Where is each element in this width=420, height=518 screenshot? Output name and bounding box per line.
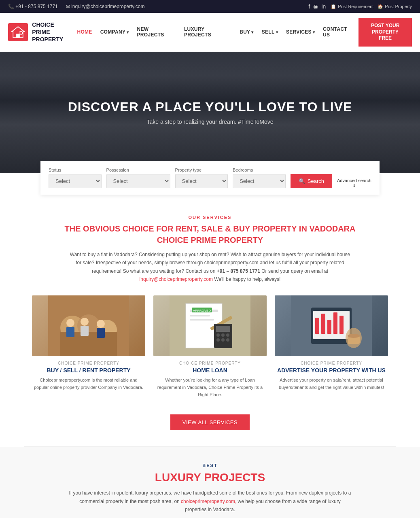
service-name-1: BUY / SELL / RENT PROPERTY bbox=[32, 367, 145, 374]
svg-point-30 bbox=[221, 338, 225, 342]
logo: CHOICE PRIME PROPERTY bbox=[8, 21, 73, 43]
service-img-2: APPROVED bbox=[153, 295, 267, 356]
services-description: Want to buy a flat in Vadodara? Consider… bbox=[68, 251, 352, 284]
hero-content: DISCOVER A PLACE YOU'LL LOVE TO LIVE Tak… bbox=[68, 100, 352, 125]
luxury-title: LUXURY PROJECTS bbox=[24, 471, 396, 484]
search-button[interactable]: 🔍 Search bbox=[291, 174, 332, 188]
status-field: Status Select For Sale For Rent bbox=[49, 168, 102, 188]
nav-services[interactable]: SERVICES ▾ bbox=[282, 26, 319, 38]
header: CHOICE PRIME PROPERTY HOME COMPANY ▾ NEW… bbox=[0, 13, 420, 52]
nav-buy[interactable]: BUY ▾ bbox=[235, 26, 258, 38]
service-desc-1: Choiceprimeproperty.com is the most reli… bbox=[32, 377, 145, 391]
nav-new-projects[interactable]: NEW PROJECTS bbox=[133, 23, 180, 41]
svg-rect-1 bbox=[16, 34, 20, 38]
svg-rect-19 bbox=[190, 315, 210, 316]
services-section: OUR SERVICES THE OBVIOUS CHOICE FOR RENT… bbox=[0, 207, 420, 446]
svg-rect-15 bbox=[97, 328, 105, 338]
service-brand-2: CHOICE PRIME PROPERTY bbox=[153, 361, 267, 365]
svg-rect-36 bbox=[321, 314, 325, 334]
svg-point-28 bbox=[226, 333, 229, 337]
svg-rect-25 bbox=[216, 326, 230, 332]
advanced-search-link[interactable]: Advanced search ⇓ bbox=[337, 178, 371, 188]
possession-label: Possession bbox=[106, 168, 170, 172]
svg-rect-35 bbox=[315, 318, 319, 334]
property-type-select[interactable]: Select Apartment Villa Plot bbox=[175, 174, 228, 188]
top-bar: 📞 +91 - 875 875 1771 ✉ inquiry@choicepri… bbox=[0, 0, 420, 13]
linkedin-icon[interactable]: in bbox=[321, 3, 326, 10]
luxury-site-link[interactable]: choiceprimeproperty.com, bbox=[181, 499, 236, 504]
possession-select[interactable]: Select Ready to Move Under Construction bbox=[106, 174, 170, 188]
svg-point-12 bbox=[81, 318, 89, 326]
social-icons: f ◉ in bbox=[309, 3, 326, 10]
luxury-description: If you have interest in opulent, luxury … bbox=[68, 489, 352, 514]
facebook-icon[interactable]: f bbox=[309, 3, 310, 10]
svg-rect-20 bbox=[190, 319, 214, 321]
top-bar-actions: 📋 Post Requirement 🏠 Post Property bbox=[331, 4, 412, 9]
svg-rect-37 bbox=[327, 320, 331, 334]
services-subtitle: OUR SERVICES bbox=[24, 215, 396, 220]
status-label: Status bbox=[49, 168, 102, 172]
service-desc-3: Advertise your property on sale/rent, at… bbox=[275, 377, 388, 391]
service-img-1 bbox=[32, 295, 145, 356]
svg-point-29 bbox=[216, 338, 220, 342]
status-select[interactable]: Select For Sale For Rent bbox=[49, 174, 102, 188]
hero-section: DISCOVER A PLACE YOU'LL LOVE TO LIVE Tak… bbox=[0, 52, 420, 173]
service-brand-1: CHOICE PRIME PROPERTY bbox=[32, 361, 145, 365]
services-email-link[interactable]: inquiry@choiceprimeproperty.com bbox=[140, 276, 213, 282]
phone-icon: 📞 bbox=[8, 4, 14, 9]
services-phone: +91 – 875 875 1771 bbox=[217, 268, 260, 274]
svg-rect-38 bbox=[333, 312, 337, 334]
post-requirement-btn[interactable]: 📋 Post Requirement bbox=[331, 4, 373, 9]
service-card-advertise: CHOICE PRIME PROPERTY ADVERTISE YOUR PRO… bbox=[275, 295, 388, 398]
logo-icon bbox=[8, 23, 28, 41]
service-brand-3: CHOICE PRIME PROPERTY bbox=[275, 361, 388, 365]
post-property-icon: 🏠 bbox=[378, 4, 383, 9]
svg-point-42 bbox=[348, 334, 360, 338]
nav-luxury-projects[interactable]: LUXURY PROJECTS bbox=[180, 23, 235, 41]
svg-point-31 bbox=[226, 338, 229, 342]
svg-rect-39 bbox=[339, 316, 344, 334]
property-type-field: Property type Select Apartment Villa Plo… bbox=[175, 168, 228, 188]
bedrooms-label: Bedrooms bbox=[233, 168, 286, 172]
possession-field: Possession Select Ready to Move Under Co… bbox=[106, 168, 170, 188]
nav-contact[interactable]: CONTACT US bbox=[319, 23, 358, 41]
phone-number: 📞 +91 - 875 875 1771 bbox=[8, 4, 58, 9]
advanced-search-icon: ⇓ bbox=[337, 183, 371, 188]
services-grid: CHOICE PRIME PROPERTY BUY / SELL / RENT … bbox=[24, 295, 396, 398]
bedrooms-select[interactable]: Select 1 BHK 2 BHK 3 BHK 4 BHK 5 BHK bbox=[233, 174, 286, 188]
nav-home[interactable]: HOME bbox=[73, 26, 96, 38]
post-requirement-icon: 📋 bbox=[331, 4, 336, 9]
svg-text:APPROVED: APPROVED bbox=[193, 309, 211, 312]
hero-title: DISCOVER A PLACE YOU'LL LOVE TO LIVE bbox=[68, 100, 352, 115]
svg-point-14 bbox=[97, 320, 105, 328]
post-property-btn[interactable]: 🏠 Post Property bbox=[378, 4, 412, 9]
top-bar-contact: 📞 +91 - 875 875 1771 ✉ inquiry@choicepri… bbox=[8, 4, 144, 9]
view-all-services-btn[interactable]: View All Services bbox=[170, 414, 250, 430]
svg-point-26 bbox=[216, 333, 220, 337]
search-icon: 🔍 bbox=[299, 178, 305, 184]
top-bar-right: f ◉ in 📋 Post Requirement 🏠 Post Propert… bbox=[309, 3, 412, 10]
service-name-3: ADVERTISE YOUR PROPERTY WITH US bbox=[275, 367, 388, 374]
nav-sell[interactable]: SELL ▾ bbox=[258, 26, 282, 38]
service-img-3 bbox=[275, 295, 388, 356]
hero-subtitle: Take a step to realizing your dream. #Ti… bbox=[68, 119, 352, 125]
post-property-free-btn[interactable]: POST YOURPROPERTY FREE bbox=[358, 18, 412, 47]
service-card-buy-sell: CHOICE PRIME PROPERTY BUY / SELL / RENT … bbox=[32, 295, 145, 398]
services-title: THE OBVIOUS CHOICE FOR RENT, SALE & BUY … bbox=[24, 223, 396, 246]
main-nav: HOME COMPANY ▾ NEW PROJECTS LUXURY PROJE… bbox=[73, 23, 358, 41]
service-name-2: HOME LOAN bbox=[153, 367, 267, 374]
service-card-home-loan: APPROVED CHOICE PRIME PR bbox=[153, 295, 267, 398]
email-address: ✉ inquiry@choiceprimeproperty.com bbox=[66, 4, 145, 9]
svg-point-27 bbox=[221, 333, 225, 337]
service-desc-2: Whether you're looking for a any type of… bbox=[153, 377, 267, 398]
instagram-icon[interactable]: ◉ bbox=[313, 3, 318, 10]
svg-point-10 bbox=[66, 319, 74, 327]
search-bar: Status Select For Sale For Rent Possessi… bbox=[40, 161, 380, 195]
svg-rect-11 bbox=[66, 327, 74, 337]
email-icon: ✉ bbox=[66, 4, 70, 9]
luxury-section: BEST LUXURY PROJECTS If you have interes… bbox=[0, 447, 420, 518]
svg-rect-13 bbox=[81, 326, 89, 336]
property-type-label: Property type bbox=[175, 168, 228, 172]
nav-company[interactable]: COMPANY ▾ bbox=[96, 26, 133, 38]
luxury-subtitle: BEST bbox=[24, 463, 396, 468]
